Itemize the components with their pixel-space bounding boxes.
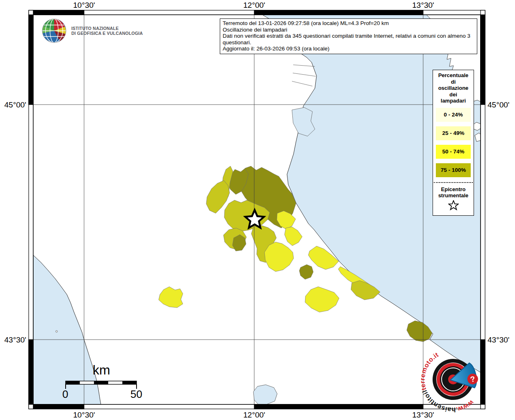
info-line-updated: Aggiornato il: 26-03-2026 09:53 (ora loc… [223,46,474,52]
lon-label-bottom-1030: 10°30' [73,411,95,420]
ingv-logo: ISTITUTO NAZIONALE DI GEOFISICA E VULCAN… [40,18,143,43]
legend-class-label: 25 - 49% [442,130,464,136]
lat-label-left-4500: 45°00' [5,100,27,110]
legend-class-label: 0 - 24% [444,112,463,118]
scale-start-label: 0 [62,388,68,401]
legend-epicenter-label: Epicentro strumentale [433,186,474,199]
scale-unit-label: km [93,363,110,378]
lat-label-right-4500: 45°00' [488,100,510,110]
legend-title: Percentuale di oscillazione dei lampadar… [433,72,474,104]
lake-trasimeno [253,385,277,404]
legend-class-50-74-: 50 - 74% [436,145,471,159]
lon-label-top-1030: 10°30' [73,1,95,10]
legend-swatches: 0 - 24%25 - 49%50 - 74%75 - 100% [433,108,474,177]
info-line-effect: Oscillazione dei lampadari [223,27,474,33]
lon-label-bottom-1200: 12°00' [243,411,265,420]
info-line-event: Terremoto del 13-01-2026 09:27:58 (ora l… [223,20,474,27]
earthquake-info-box: Terremoto del 13-01-2026 09:27:58 (ora l… [220,18,477,54]
legend-class-label: 75 - 100% [441,167,466,173]
ingv-logo-text: ISTITUTO NAZIONALE DI GEOFISICA E VULCAN… [71,26,143,36]
lon-label-top-1330: 13°30' [412,1,434,10]
legend-class-25-49-: 25 - 49% [436,126,471,140]
legend-box: Percentuale di oscillazione dei lampadar… [433,70,474,216]
scale-end-label: 50 [130,388,142,401]
lon-label-top-1200: 12°00' [243,1,265,10]
legend-class-75-100-: 75 - 100% [436,163,471,177]
lon-label-bottom-1330: 13°30' [412,411,434,420]
legend-class-0-24-: 0 - 24% [436,108,471,122]
info-line-disclaimer: Dati non verificati estratti da 345 ques… [223,33,474,46]
legend-star-icon [448,200,459,210]
macroseismic-map-page: { "info_box": { "line1": "Terremoto del … [0,0,515,420]
lat-label-right-4330: 43°30' [488,336,510,345]
tiny-islet [56,331,57,332]
legend-class-label: 50 - 74% [442,148,464,155]
lat-label-left-4330: 43°30' [5,336,27,345]
legend-divider [434,182,473,183]
